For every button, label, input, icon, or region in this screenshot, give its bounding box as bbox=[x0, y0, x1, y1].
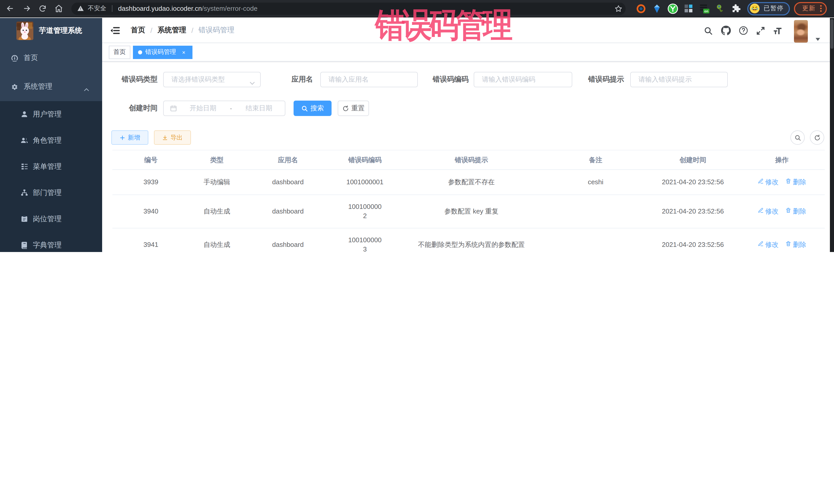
cell-actions: 修改删除 bbox=[739, 199, 825, 224]
extension-diamond-icon[interactable] bbox=[649, 2, 665, 15]
hint-input[interactable]: 请输入错误码提示 bbox=[630, 72, 728, 87]
table-row-3939[interactable]: 3939手动编辑dashboard1001000001参数配置不存在ceshi2… bbox=[112, 170, 825, 195]
extension-squares-icon[interactable] bbox=[681, 2, 697, 15]
cell-remark bbox=[545, 204, 647, 219]
sidebar-item-菜单管理[interactable]: 菜单管理 bbox=[0, 153, 102, 180]
cell-type: 自动生成 bbox=[190, 199, 244, 224]
fullscreen-icon[interactable] bbox=[752, 18, 769, 43]
cell-actions: 修改删除 bbox=[739, 170, 825, 195]
breadcrumb-separator: / bbox=[150, 26, 152, 35]
extension-key-icon[interactable] bbox=[712, 2, 728, 15]
home-icon[interactable] bbox=[52, 2, 65, 15]
help-icon[interactable] bbox=[734, 18, 752, 43]
filter-label-error-type: 错误码类型 bbox=[112, 75, 158, 84]
table-row-3941[interactable]: 3941自动生成dashboard1001000003不能删除类型为系统内置的参… bbox=[112, 228, 825, 252]
cell-hint: 参数配置不存在 bbox=[398, 170, 545, 195]
reload-icon[interactable] bbox=[36, 2, 49, 15]
cell-remark: ceshi bbox=[545, 170, 647, 195]
filter-label-create-time: 创建时间 bbox=[112, 104, 158, 113]
sidebar-toggle-icon[interactable] bbox=[110, 25, 120, 36]
breadcrumb-system[interactable]: 系统管理 bbox=[158, 26, 186, 35]
column-header-创建时间: 创建时间 bbox=[647, 155, 739, 165]
edit-link[interactable]: 修改 bbox=[758, 206, 778, 217]
extension-green-y-icon[interactable] bbox=[665, 2, 681, 15]
tag-错误码管理[interactable]: 错误码管理× bbox=[133, 45, 193, 59]
user-caret-down-icon[interactable] bbox=[815, 34, 821, 43]
cell-code: 1001000001 bbox=[332, 170, 398, 195]
breadcrumb-home[interactable]: 首页 bbox=[131, 26, 145, 35]
table-row-3940[interactable]: 3940自动生成dashboard1001000002参数配置 key 重复20… bbox=[112, 195, 825, 228]
sidebar-item-部门管理[interactable]: 部门管理 bbox=[0, 180, 102, 206]
cell-id: 3940 bbox=[112, 199, 190, 224]
show-search-toggle-icon[interactable] bbox=[790, 130, 805, 145]
profile-status-label: 已暂停 bbox=[764, 4, 784, 13]
navbar-actions bbox=[700, 18, 821, 43]
tag-active-dot bbox=[138, 50, 142, 54]
tag-close-icon[interactable]: × bbox=[180, 48, 187, 56]
forward-icon[interactable] bbox=[20, 2, 34, 15]
edit-link[interactable]: 修改 bbox=[758, 177, 778, 187]
profile-emoji-icon: 😂 bbox=[750, 4, 760, 13]
column-header-备注: 备注 bbox=[545, 155, 647, 165]
sidebar-item-岗位管理[interactable]: 岗位管理 bbox=[0, 206, 102, 232]
breadcrumb-separator: / bbox=[192, 26, 194, 35]
sidebar-item-系统管理[interactable]: 系统管理 bbox=[0, 72, 102, 101]
sidebar-item-用户管理[interactable]: 用户管理 bbox=[0, 101, 102, 127]
code-input[interactable]: 请输入错误码编码 bbox=[474, 72, 572, 87]
sidebar-item-角色管理[interactable]: 角色管理 bbox=[0, 127, 102, 153]
edit-icon bbox=[758, 240, 765, 250]
extension-tabs-on-icon[interactable]: on bbox=[697, 2, 712, 15]
export-button[interactable]: 导出 bbox=[154, 130, 191, 145]
user-icon bbox=[20, 110, 28, 118]
breadcrumb-current: 错误码管理 bbox=[199, 26, 235, 35]
tag-首页[interactable]: 首页 bbox=[109, 45, 130, 59]
extension-orange-icon[interactable] bbox=[633, 2, 649, 15]
address-bar[interactable]: 不安全 dashboard.yudao.iocoder.cn/system/er… bbox=[71, 2, 626, 15]
svg-text:on: on bbox=[704, 9, 708, 13]
add-button[interactable]: 新增 bbox=[111, 130, 148, 145]
github-icon[interactable] bbox=[717, 18, 734, 43]
refresh-icon[interactable] bbox=[810, 130, 824, 145]
browser-scrollbar[interactable] bbox=[830, 18, 834, 252]
column-header-错误码编码: 错误码编码 bbox=[332, 155, 398, 165]
cell-app: dashboard bbox=[244, 233, 332, 252]
cell-hint: 参数配置 key 重复 bbox=[398, 199, 545, 224]
security-label[interactable]: 不安全 bbox=[88, 4, 106, 13]
delete-icon bbox=[785, 206, 793, 217]
url-path: /system/error-code bbox=[202, 5, 258, 12]
table-header-row: 编号类型应用名错误码编码错误码提示备注创建时间操作 bbox=[112, 150, 825, 170]
edit-link[interactable]: 修改 bbox=[758, 240, 778, 250]
search-button-label: 搜索 bbox=[310, 104, 324, 113]
browser-menu-kebab-icon[interactable] bbox=[820, 5, 822, 12]
error-type-select[interactable]: 请选择错误码类型 bbox=[163, 72, 261, 87]
extension-puzzle-icon[interactable] bbox=[728, 2, 744, 15]
back-icon[interactable] bbox=[3, 2, 17, 15]
column-header-编号: 编号 bbox=[112, 155, 190, 165]
scrollbar-thumb[interactable] bbox=[830, 19, 833, 49]
sidebar-logo[interactable]: 芋道管理系统 bbox=[0, 18, 102, 44]
create-time-range-picker[interactable]: 开始日期 - 结束日期 bbox=[163, 101, 285, 116]
reset-button-label: 重置 bbox=[351, 104, 365, 113]
sidebar-item-label: 部门管理 bbox=[33, 188, 62, 197]
delete-link[interactable]: 删除 bbox=[785, 240, 806, 250]
cell-actions: 修改删除 bbox=[739, 233, 825, 252]
browser-profile-chip[interactable]: 😂 已暂停 bbox=[747, 2, 790, 15]
header-search-icon[interactable] bbox=[700, 18, 717, 43]
page-url[interactable]: dashboard.yudao.iocoder.cn/system/error-… bbox=[118, 5, 257, 12]
delete-link[interactable]: 删除 bbox=[785, 206, 806, 217]
sidebar-item-字典管理[interactable]: 字典管理 bbox=[0, 232, 102, 252]
table-tools bbox=[790, 130, 824, 145]
cell-time: 2021-04-20 23:52:56 bbox=[647, 199, 739, 224]
bookmark-star-icon[interactable] bbox=[614, 4, 622, 13]
font-size-icon[interactable] bbox=[769, 18, 787, 43]
user-avatar[interactable] bbox=[794, 20, 808, 42]
browser-update-button[interactable]: 更新 bbox=[794, 2, 827, 15]
column-header-类型: 类型 bbox=[190, 155, 244, 165]
reset-button[interactable]: 重置 bbox=[338, 101, 369, 116]
sidebar-item-首页[interactable]: 首页 bbox=[0, 44, 102, 72]
breadcrumb: 首页 / 系统管理 / 错误码管理 bbox=[131, 26, 235, 35]
browser-nav-buttons bbox=[3, 2, 65, 15]
search-button[interactable]: 搜索 bbox=[293, 101, 332, 116]
delete-link[interactable]: 删除 bbox=[785, 177, 806, 187]
app-name-input[interactable]: 请输入应用名 bbox=[320, 72, 418, 87]
